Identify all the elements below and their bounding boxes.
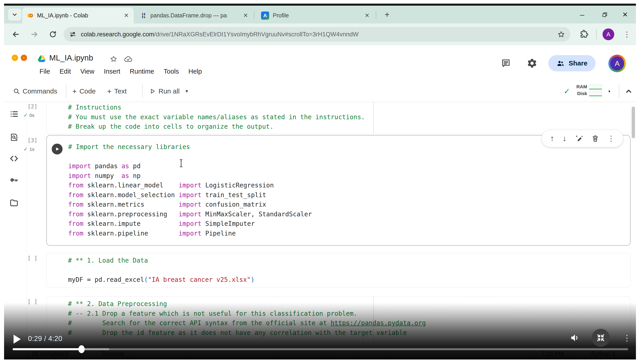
code-line[interactable] xyxy=(68,152,628,162)
video-progress-played xyxy=(13,348,82,350)
extensions-button[interactable] xyxy=(579,29,588,39)
menu-help[interactable]: Help xyxy=(184,66,207,77)
add-text-button[interactable]: + Text xyxy=(107,80,127,102)
browser-tab-pandas[interactable]: pandas.DataFrame.drop — pan ✕ xyxy=(136,8,253,24)
connection-status: ✓ xyxy=(564,80,570,102)
browser-tab-profile[interactable]: A Profile ✕ xyxy=(256,8,374,24)
code-line[interactable]: # Break up the code into cells to organi… xyxy=(68,122,628,132)
reload-button[interactable] xyxy=(46,28,60,41)
disk-usage-bar xyxy=(589,91,602,96)
colab-logo-icon[interactable] xyxy=(12,55,36,66)
colab-account-avatar[interactable]: A xyxy=(608,55,626,72)
code-line[interactable] xyxy=(68,266,628,275)
notebook-scrollbar-thumb[interactable] xyxy=(632,106,635,138)
toolbar-divider xyxy=(619,84,619,98)
menu-view[interactable]: View xyxy=(76,66,99,77)
bookmark-star-icon[interactable] xyxy=(557,30,565,38)
toolbar-divider xyxy=(66,84,66,98)
resources-indicator[interactable]: RAM Disk xyxy=(574,84,602,96)
code-line[interactable]: import numpy as np xyxy=(68,171,628,181)
letterbox-left xyxy=(0,0,4,364)
menu-file[interactable]: File xyxy=(35,66,55,77)
share-button[interactable]: Share xyxy=(548,55,596,71)
menu-edit[interactable]: Edit xyxy=(55,66,76,77)
letterbox-top xyxy=(0,0,640,4)
sidebar-secrets-button[interactable] xyxy=(10,176,18,184)
video-scrubber[interactable] xyxy=(78,345,85,353)
tab-close-button[interactable]: ✕ xyxy=(362,12,370,19)
code-line[interactable]: from sklearn.model_selection import trai… xyxy=(68,190,628,200)
check-icon: ✓ xyxy=(24,146,28,152)
sidebar-code-snippets-button[interactable] xyxy=(10,154,18,163)
execution-time: 1s xyxy=(29,146,34,152)
new-tab-button[interactable]: + xyxy=(381,8,394,21)
video-play-button[interactable] xyxy=(13,334,22,344)
window-minimize-button[interactable]: – xyxy=(575,6,590,24)
run-all-button[interactable]: Run all ▾ xyxy=(149,80,188,102)
sidebar-find-replace-button[interactable] xyxy=(10,133,18,142)
run-all-dropdown-caret[interactable]: ▾ xyxy=(186,88,188,94)
video-progress-bar[interactable] xyxy=(13,348,628,350)
tab-close-button[interactable]: ✕ xyxy=(121,12,129,19)
ai-edit-cell-button[interactable] xyxy=(575,134,583,142)
browser-menu-button[interactable]: ⋮ xyxy=(622,28,632,40)
code-line[interactable]: import pandas as pd xyxy=(68,162,628,171)
comment-icon xyxy=(501,58,511,68)
run-cell-button[interactable] xyxy=(52,144,62,154)
resources-dropdown-caret[interactable]: ▾ xyxy=(608,80,610,102)
code-line[interactable]: # ** 1. Load the Data xyxy=(68,256,628,266)
menu-runtime[interactable]: Runtime xyxy=(125,66,159,77)
browser-tab-colab[interactable]: ML_IA.ipynb - Colab ✕ xyxy=(22,8,134,24)
tab-search-button[interactable] xyxy=(8,8,21,20)
tab-close-button[interactable]: ✕ xyxy=(240,12,248,19)
settings-button[interactable] xyxy=(527,58,538,69)
window-restore-button[interactable] xyxy=(598,6,612,24)
code-line[interactable]: from sklearn.impute import SimpleImputer xyxy=(68,219,628,229)
code-cell-instructions[interactable]: # Instructions# You must use the exact v… xyxy=(46,102,630,134)
code-line[interactable]: from sklearn.pipeline import Pipeline xyxy=(68,229,628,238)
url-address-bar[interactable]: colab.research.google.com/drive/1NRaXGRs… xyxy=(64,27,570,42)
code-editor[interactable]: # Import the necessary libraries import … xyxy=(68,142,628,238)
comments-button[interactable] xyxy=(501,58,511,68)
move-cell-down-button[interactable]: ↓ xyxy=(562,134,566,143)
code-cell-load-data[interactable]: # ** 1. Load the Data myDF = pd.read_exc… xyxy=(46,253,630,288)
code-editor[interactable]: # ** 1. Load the Data myDF = pd.read_exc… xyxy=(68,256,628,285)
code-line[interactable]: # Instructions xyxy=(68,103,628,112)
cell-more-options-button[interactable]: ⋮ xyxy=(608,134,615,143)
code-cell-imports[interactable]: # Import the necessary libraries import … xyxy=(46,135,630,246)
menu-tools[interactable]: Tools xyxy=(159,66,184,77)
code-line[interactable]: # You must use the exact variable names/… xyxy=(68,112,628,122)
add-code-button[interactable]: + Code xyxy=(72,80,96,102)
browser-profile-avatar[interactable]: A xyxy=(602,28,614,40)
cloud-saved-icon[interactable] xyxy=(124,55,133,64)
video-exit-fullscreen-button[interactable] xyxy=(592,329,610,347)
notebook-title[interactable]: ML_IA.ipynb xyxy=(49,53,93,62)
forward-button[interactable] xyxy=(28,28,41,41)
chevron-down-icon xyxy=(12,12,18,18)
tab-separator xyxy=(254,11,254,19)
back-arrow-icon xyxy=(12,30,20,38)
trash-icon xyxy=(592,134,599,142)
video-volume-button[interactable] xyxy=(570,333,580,343)
back-button[interactable] xyxy=(9,28,22,41)
code-line[interactable]: myDF = pd.read_excel("IA breast cancer v… xyxy=(68,275,628,285)
window-close-button[interactable]: ✕ xyxy=(618,6,632,24)
video-more-options-button[interactable]: ⋮ xyxy=(622,333,632,343)
code-line[interactable]: from sklearn.preprocessing import MinMax… xyxy=(68,210,628,219)
sidebar-table-of-contents-button[interactable] xyxy=(10,110,18,118)
sidebar-files-button[interactable] xyxy=(10,198,18,207)
move-cell-up-button[interactable]: ↑ xyxy=(550,134,554,143)
site-settings-icon[interactable] xyxy=(69,31,76,38)
star-notebook-icon[interactable] xyxy=(110,55,118,63)
code-line[interactable]: from sklearn.linear_model import Logisti… xyxy=(68,181,628,190)
code-line[interactable]: from sklearn.metrics import confusion_ma… xyxy=(68,200,628,210)
collapse-toolbar-button[interactable] xyxy=(625,80,633,102)
code-editor[interactable]: # Instructions# You must use the exact v… xyxy=(68,103,628,132)
gear-icon xyxy=(527,58,538,69)
add-code-label: Code xyxy=(80,88,96,95)
commands-button[interactable]: Commands xyxy=(13,80,57,102)
menu-insert[interactable]: Insert xyxy=(99,66,125,77)
delete-cell-button[interactable] xyxy=(592,134,599,142)
commands-label: Commands xyxy=(22,88,57,95)
puzzle-icon xyxy=(579,29,588,39)
